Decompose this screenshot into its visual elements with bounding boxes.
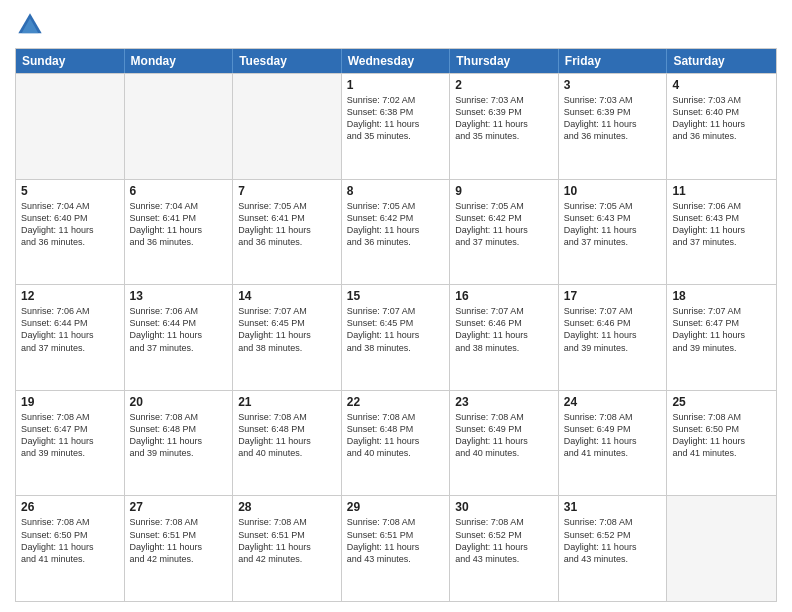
day-info: Sunrise: 7:07 AM Sunset: 6:45 PM Dayligh… <box>347 305 445 354</box>
calendar-cell: 9Sunrise: 7:05 AM Sunset: 6:42 PM Daylig… <box>450 180 559 285</box>
day-number: 4 <box>672 78 771 92</box>
calendar-cell: 5Sunrise: 7:04 AM Sunset: 6:40 PM Daylig… <box>16 180 125 285</box>
day-number: 12 <box>21 289 119 303</box>
calendar-cell: 31Sunrise: 7:08 AM Sunset: 6:52 PM Dayli… <box>559 496 668 601</box>
day-number: 8 <box>347 184 445 198</box>
logo-icon <box>15 10 45 40</box>
calendar-cell: 22Sunrise: 7:08 AM Sunset: 6:48 PM Dayli… <box>342 391 451 496</box>
calendar-cell: 6Sunrise: 7:04 AM Sunset: 6:41 PM Daylig… <box>125 180 234 285</box>
day-info: Sunrise: 7:08 AM Sunset: 6:51 PM Dayligh… <box>130 516 228 565</box>
day-number: 23 <box>455 395 553 409</box>
calendar-cell: 25Sunrise: 7:08 AM Sunset: 6:50 PM Dayli… <box>667 391 776 496</box>
day-number: 17 <box>564 289 662 303</box>
calendar-cell: 29Sunrise: 7:08 AM Sunset: 6:51 PM Dayli… <box>342 496 451 601</box>
day-info: Sunrise: 7:06 AM Sunset: 6:44 PM Dayligh… <box>21 305 119 354</box>
day-number: 31 <box>564 500 662 514</box>
day-info: Sunrise: 7:05 AM Sunset: 6:42 PM Dayligh… <box>347 200 445 249</box>
day-info: Sunrise: 7:08 AM Sunset: 6:47 PM Dayligh… <box>21 411 119 460</box>
day-number: 24 <box>564 395 662 409</box>
day-info: Sunrise: 7:08 AM Sunset: 6:48 PM Dayligh… <box>238 411 336 460</box>
day-number: 7 <box>238 184 336 198</box>
day-number: 15 <box>347 289 445 303</box>
calendar-cell: 1Sunrise: 7:02 AM Sunset: 6:38 PM Daylig… <box>342 74 451 179</box>
calendar-row-3: 12Sunrise: 7:06 AM Sunset: 6:44 PM Dayli… <box>16 284 776 390</box>
day-number: 21 <box>238 395 336 409</box>
day-info: Sunrise: 7:05 AM Sunset: 6:41 PM Dayligh… <box>238 200 336 249</box>
calendar-row-2: 5Sunrise: 7:04 AM Sunset: 6:40 PM Daylig… <box>16 179 776 285</box>
day-info: Sunrise: 7:07 AM Sunset: 6:46 PM Dayligh… <box>455 305 553 354</box>
day-info: Sunrise: 7:04 AM Sunset: 6:41 PM Dayligh… <box>130 200 228 249</box>
day-info: Sunrise: 7:03 AM Sunset: 6:39 PM Dayligh… <box>455 94 553 143</box>
day-info: Sunrise: 7:07 AM Sunset: 6:46 PM Dayligh… <box>564 305 662 354</box>
day-number: 30 <box>455 500 553 514</box>
day-info: Sunrise: 7:08 AM Sunset: 6:51 PM Dayligh… <box>347 516 445 565</box>
calendar-cell: 3Sunrise: 7:03 AM Sunset: 6:39 PM Daylig… <box>559 74 668 179</box>
day-number: 28 <box>238 500 336 514</box>
day-number: 27 <box>130 500 228 514</box>
calendar-cell: 13Sunrise: 7:06 AM Sunset: 6:44 PM Dayli… <box>125 285 234 390</box>
day-info: Sunrise: 7:03 AM Sunset: 6:39 PM Dayligh… <box>564 94 662 143</box>
calendar-cell: 7Sunrise: 7:05 AM Sunset: 6:41 PM Daylig… <box>233 180 342 285</box>
calendar-cell: 18Sunrise: 7:07 AM Sunset: 6:47 PM Dayli… <box>667 285 776 390</box>
calendar-cell: 16Sunrise: 7:07 AM Sunset: 6:46 PM Dayli… <box>450 285 559 390</box>
calendar-cell: 27Sunrise: 7:08 AM Sunset: 6:51 PM Dayli… <box>125 496 234 601</box>
calendar-cell: 26Sunrise: 7:08 AM Sunset: 6:50 PM Dayli… <box>16 496 125 601</box>
header-friday: Friday <box>559 49 668 73</box>
day-number: 22 <box>347 395 445 409</box>
day-info: Sunrise: 7:08 AM Sunset: 6:52 PM Dayligh… <box>564 516 662 565</box>
calendar-cell: 30Sunrise: 7:08 AM Sunset: 6:52 PM Dayli… <box>450 496 559 601</box>
day-info: Sunrise: 7:06 AM Sunset: 6:44 PM Dayligh… <box>130 305 228 354</box>
day-number: 18 <box>672 289 771 303</box>
day-info: Sunrise: 7:05 AM Sunset: 6:43 PM Dayligh… <box>564 200 662 249</box>
calendar-cell: 12Sunrise: 7:06 AM Sunset: 6:44 PM Dayli… <box>16 285 125 390</box>
day-number: 3 <box>564 78 662 92</box>
calendar-cell: 2Sunrise: 7:03 AM Sunset: 6:39 PM Daylig… <box>450 74 559 179</box>
day-number: 26 <box>21 500 119 514</box>
day-number: 2 <box>455 78 553 92</box>
logo <box>15 10 49 40</box>
calendar-body: 1Sunrise: 7:02 AM Sunset: 6:38 PM Daylig… <box>16 73 776 601</box>
calendar-cell: 28Sunrise: 7:08 AM Sunset: 6:51 PM Dayli… <box>233 496 342 601</box>
calendar-cell: 20Sunrise: 7:08 AM Sunset: 6:48 PM Dayli… <box>125 391 234 496</box>
day-number: 25 <box>672 395 771 409</box>
calendar-cell <box>16 74 125 179</box>
calendar: SundayMondayTuesdayWednesdayThursdayFrid… <box>15 48 777 602</box>
day-info: Sunrise: 7:08 AM Sunset: 6:49 PM Dayligh… <box>455 411 553 460</box>
calendar-row-1: 1Sunrise: 7:02 AM Sunset: 6:38 PM Daylig… <box>16 73 776 179</box>
calendar-cell: 15Sunrise: 7:07 AM Sunset: 6:45 PM Dayli… <box>342 285 451 390</box>
day-info: Sunrise: 7:08 AM Sunset: 6:48 PM Dayligh… <box>130 411 228 460</box>
calendar-cell: 21Sunrise: 7:08 AM Sunset: 6:48 PM Dayli… <box>233 391 342 496</box>
day-info: Sunrise: 7:08 AM Sunset: 6:51 PM Dayligh… <box>238 516 336 565</box>
day-number: 13 <box>130 289 228 303</box>
day-info: Sunrise: 7:04 AM Sunset: 6:40 PM Dayligh… <box>21 200 119 249</box>
calendar-header: SundayMondayTuesdayWednesdayThursdayFrid… <box>16 49 776 73</box>
calendar-cell: 19Sunrise: 7:08 AM Sunset: 6:47 PM Dayli… <box>16 391 125 496</box>
calendar-cell <box>233 74 342 179</box>
header <box>15 10 777 40</box>
day-number: 29 <box>347 500 445 514</box>
header-monday: Monday <box>125 49 234 73</box>
day-number: 20 <box>130 395 228 409</box>
calendar-row-4: 19Sunrise: 7:08 AM Sunset: 6:47 PM Dayli… <box>16 390 776 496</box>
page: SundayMondayTuesdayWednesdayThursdayFrid… <box>0 0 792 612</box>
header-tuesday: Tuesday <box>233 49 342 73</box>
calendar-cell: 4Sunrise: 7:03 AM Sunset: 6:40 PM Daylig… <box>667 74 776 179</box>
header-sunday: Sunday <box>16 49 125 73</box>
day-info: Sunrise: 7:06 AM Sunset: 6:43 PM Dayligh… <box>672 200 771 249</box>
header-wednesday: Wednesday <box>342 49 451 73</box>
day-info: Sunrise: 7:08 AM Sunset: 6:52 PM Dayligh… <box>455 516 553 565</box>
day-info: Sunrise: 7:07 AM Sunset: 6:47 PM Dayligh… <box>672 305 771 354</box>
day-number: 16 <box>455 289 553 303</box>
calendar-cell: 23Sunrise: 7:08 AM Sunset: 6:49 PM Dayli… <box>450 391 559 496</box>
calendar-cell: 8Sunrise: 7:05 AM Sunset: 6:42 PM Daylig… <box>342 180 451 285</box>
calendar-cell: 11Sunrise: 7:06 AM Sunset: 6:43 PM Dayli… <box>667 180 776 285</box>
calendar-cell: 24Sunrise: 7:08 AM Sunset: 6:49 PM Dayli… <box>559 391 668 496</box>
day-info: Sunrise: 7:08 AM Sunset: 6:50 PM Dayligh… <box>672 411 771 460</box>
day-number: 9 <box>455 184 553 198</box>
day-info: Sunrise: 7:02 AM Sunset: 6:38 PM Dayligh… <box>347 94 445 143</box>
calendar-cell <box>667 496 776 601</box>
day-info: Sunrise: 7:07 AM Sunset: 6:45 PM Dayligh… <box>238 305 336 354</box>
header-saturday: Saturday <box>667 49 776 73</box>
day-info: Sunrise: 7:08 AM Sunset: 6:49 PM Dayligh… <box>564 411 662 460</box>
day-number: 19 <box>21 395 119 409</box>
